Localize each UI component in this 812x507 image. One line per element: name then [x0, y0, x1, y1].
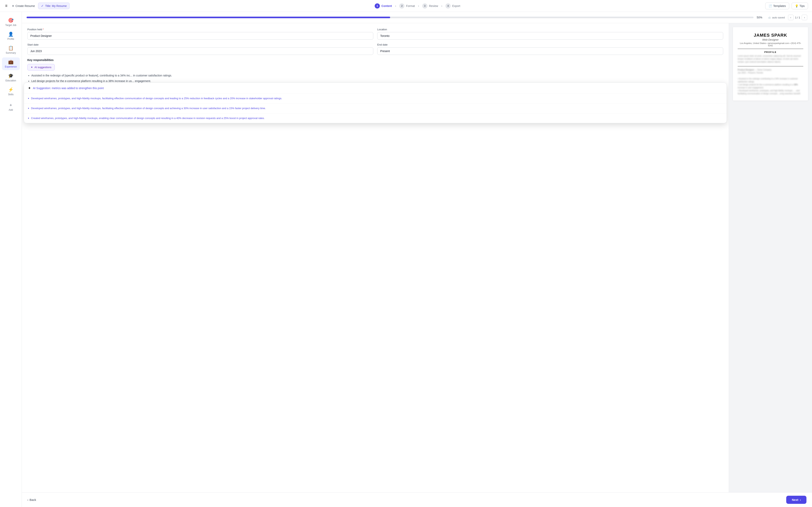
ai-popup-title: AI Suggestion: metrics was added to stre… — [33, 87, 104, 90]
step-content[interactable]: 1 Content — [371, 2, 395, 10]
title-label: Title: My Resume — [45, 4, 67, 7]
add-icon: + — [9, 103, 12, 108]
back-label: Back — [30, 498, 36, 501]
header: ☰ ✕ Create Resume ✓ Title: My Resume 1 C… — [0, 0, 812, 12]
resume-experience-blurred: Product Designer — Some Company Jun 2023… — [738, 68, 803, 95]
sidebar-item-skills-label: Skills — [8, 93, 13, 96]
end-date-label: End date — [377, 43, 723, 46]
resume-name: JAMES SPARK — [738, 33, 803, 38]
responsibilities-list: Assisted in the redesign of [specific pr… — [28, 73, 723, 83]
next-label: Next — [792, 498, 798, 501]
dates-row: Start date End date — [28, 43, 723, 55]
next-button[interactable]: Next › — [786, 496, 806, 504]
title-badge[interactable]: ✓ Title: My Resume — [38, 3, 69, 9]
content-area: 50% ☁️ auto saved ‹ 1 / 1 › Position hel… — [22, 12, 812, 507]
sidebar-item-target-job[interactable]: 🎯 Target Job — [2, 16, 20, 29]
ai-suggestion-item-3[interactable]: • Created wireframes, prototypes, and hi… — [24, 113, 726, 123]
step-review-label: Review — [429, 4, 438, 7]
required-indicator: * — [42, 28, 44, 31]
step-export[interactable]: 4 Export — [442, 2, 463, 10]
education-icon: 🎓 — [8, 73, 13, 78]
profile-icon: 👤 — [8, 32, 13, 37]
sidebar-item-education[interactable]: 🎓 Education — [2, 71, 20, 84]
templates-button[interactable]: 📄 Templates — [765, 3, 789, 9]
form-panel: Position held * Location Start date — [22, 23, 729, 492]
main-layout: 🎯 Target Job 👤 Profile 📋 Summary 💼 Exper… — [0, 12, 812, 507]
form-footer: ‹ Back Next › — [22, 492, 812, 507]
resume-profile-text: Lorem ipsum dolor sit amet, consectetur … — [738, 54, 803, 63]
auto-saved-label: auto saved — [772, 16, 785, 19]
step-content-label: Content — [382, 4, 392, 7]
tips-button[interactable]: 💡 Tips — [792, 3, 808, 9]
sidebar-item-summary-label: Summary — [6, 52, 16, 54]
step-export-num: 4 — [446, 3, 451, 8]
progress-bar-section: 50% ☁️ auto saved ‹ 1 / 1 › — [22, 12, 812, 23]
location-field-group: Location — [377, 28, 723, 40]
ai-suggestion-item-1[interactable]: • Developed wireframes, prototypes, and … — [24, 94, 726, 104]
panels: Position held * Location Start date — [22, 23, 812, 492]
header-right: 📄 Templates 💡 Tips — [765, 3, 808, 9]
start-date-input[interactable] — [28, 47, 373, 55]
ai-popup-sparkle-icon: ✦ — [28, 86, 31, 90]
key-responsibilities-label: Key responsibilities — [28, 58, 723, 62]
sidebar-item-add[interactable]: + Add — [2, 101, 20, 113]
sidebar-item-experience[interactable]: 💼 Experience — [2, 57, 20, 70]
sidebar-item-profile[interactable]: 👤 Profile — [2, 30, 20, 42]
stepper: 1 Content › 2 Format › 3 Review › 4 Expo… — [69, 2, 765, 10]
skills-icon: ⚡ — [8, 87, 13, 92]
ai-suggestions-button[interactable]: ✦ AI suggestions — [28, 64, 55, 70]
ai-suggestion-bullet-1: • Developed wireframes, prototypes, and … — [28, 97, 723, 101]
location-label: Location — [377, 28, 723, 31]
resume-contact: Los Angeles, United States • jamessparkg… — [738, 42, 803, 47]
sidebar-item-education-label: Education — [6, 79, 16, 82]
start-date-label: Start date — [28, 43, 373, 46]
step-format-num: 2 — [399, 3, 404, 8]
menu-button[interactable]: ☰ — [4, 3, 9, 8]
ai-suggestions-label: AI suggestions — [35, 66, 51, 69]
start-date-field-group: Start date — [28, 43, 373, 55]
sidebar-item-experience-label: Experience — [5, 65, 17, 68]
sidebar-item-target-job-label: Target Job — [5, 24, 16, 26]
progress-fill — [27, 17, 390, 18]
step-format-label: Format — [406, 4, 415, 7]
sidebar-item-summary[interactable]: 📋 Summary — [2, 44, 20, 56]
ai-sparkle-icon: ✦ — [31, 66, 33, 69]
end-date-field-group: End date — [377, 43, 723, 55]
next-chevron-icon: › — [800, 498, 801, 501]
page-prev-button[interactable]: ‹ — [788, 15, 794, 20]
templates-label: Templates — [773, 4, 786, 7]
ai-suggestion-text-2: Developed wireframes, prototypes, and hi… — [31, 106, 266, 111]
ai-bullet-dot-3: • — [28, 116, 29, 120]
ai-suggestion-item-2[interactable]: • Developed wireframes, prototypes, and … — [24, 104, 726, 113]
step-review[interactable]: 3 Review — [419, 2, 441, 10]
check-icon: ✓ — [41, 4, 44, 8]
page-next-button[interactable]: › — [802, 15, 807, 20]
resume-title: Web-Designer — [738, 38, 803, 41]
ai-suggestion-text-3: Created wireframes, prototypes, and high… — [31, 116, 265, 120]
sidebar-item-add-label: Add — [9, 109, 13, 111]
summary-icon: 📋 — [8, 46, 13, 51]
position-held-input[interactable] — [28, 32, 373, 40]
progress-percent: 50% — [757, 16, 765, 19]
step-review-num: 3 — [422, 3, 427, 8]
tips-icon: 💡 — [795, 4, 798, 7]
ai-suggestion-popup: ✦ AI Suggestion: metrics was added to st… — [24, 82, 727, 123]
step-format[interactable]: 2 Format — [396, 2, 418, 10]
step-content-num: 1 — [375, 3, 380, 8]
back-button[interactable]: ‹ Back — [28, 498, 36, 501]
back-chevron-icon: ‹ — [28, 498, 28, 501]
ai-suggestion-bullet-3: • Created wireframes, prototypes, and hi… — [28, 116, 723, 120]
progress-track — [27, 17, 754, 18]
sidebar-item-skills[interactable]: ⚡ Skills — [2, 85, 20, 98]
location-input[interactable] — [377, 32, 723, 40]
resume-divider-2 — [738, 66, 803, 66]
resume-divider-top — [738, 49, 803, 49]
position-location-row: Position held * Location — [28, 28, 723, 40]
close-create[interactable]: ✕ Create Resume — [12, 4, 35, 7]
close-icon: ✕ — [12, 4, 14, 7]
end-date-input[interactable] — [377, 47, 723, 55]
ai-bullet-dot-1: • — [28, 97, 29, 100]
header-left: ☰ ✕ Create Resume ✓ Title: My Resume — [4, 3, 69, 9]
auto-saved-status: ☁️ auto saved — [768, 16, 785, 19]
ai-popup-header: ✦ AI Suggestion: metrics was added to st… — [24, 83, 726, 94]
